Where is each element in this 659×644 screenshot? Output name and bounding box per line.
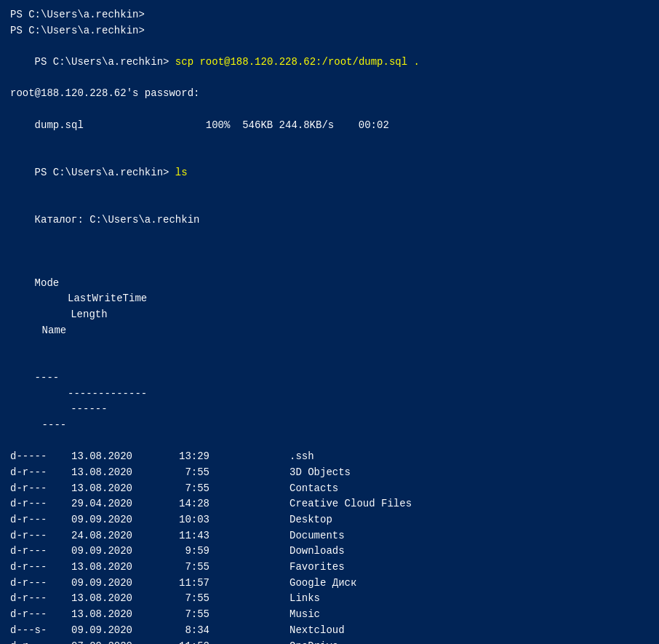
table-row: d-r---09.09.202010:03Desktop — [10, 512, 649, 528]
catalog-line: Каталог: C:\Users\a.rechkin — [10, 212, 649, 228]
prompt-line-2: PS C:\Users\a.rechkin> — [10, 23, 649, 39]
table-row: d-r---07.09.202011:52OneDrive — [10, 639, 649, 645]
table-row: d-r---13.08.2020 7:553D Objects — [10, 465, 649, 481]
command-text: scp root@188.120.228.62:/root/dump.sql . — [169, 56, 419, 68]
table-row: d-r---29.04.202014:28Creative Cloud File… — [10, 496, 649, 512]
prompt-line-1: PS C:\Users\a.rechkin> — [10, 7, 649, 23]
table-dash-row: ---- ------------- ------ ---- — [10, 354, 649, 449]
table-row: d-r---13.08.2020 7:55Favorites — [10, 560, 649, 576]
prompt-text: PS C:\Users\a.rechkin> — [35, 56, 169, 68]
scp-command-line: PS C:\Users\a.rechkin> scp root@188.120.… — [10, 39, 649, 86]
blank-1 — [10, 196, 649, 212]
table-row: d-r---13.08.2020 7:55Music — [10, 607, 649, 623]
transfer-status-line: dump.sql100% 546KB 244.8KB/s 00:02 — [10, 102, 649, 149]
table-row: d-r---13.08.2020 7:55Contacts — [10, 481, 649, 497]
table-row: d-r---13.08.2020 7:55Links — [10, 591, 649, 607]
blank-2 — [10, 228, 649, 245]
table-row: d-r---09.09.202011:57Google Диск — [10, 576, 649, 592]
ls-command-line: PS C:\Users\a.rechkin> ls — [10, 149, 649, 196]
terminal-window: PS C:\Users\a.rechkin> PS C:\Users\a.rec… — [0, 0, 659, 644]
table-row: d---s-09.09.2020 8:34Nextcloud — [10, 623, 649, 639]
prompt-ls: PS C:\Users\a.rechkin> — [35, 167, 169, 178]
table-header-row: Mode LastWriteTime Length Name — [10, 260, 649, 354]
table-row: d-----13.08.202013:29.ssh — [10, 449, 649, 465]
table-row: d-r---24.08.202011:43Documents — [10, 528, 649, 544]
table-row: d-r---09.09.2020 9:59Downloads — [10, 544, 649, 560]
blank-3 — [10, 244, 649, 260]
filename-left: dump.sql — [35, 119, 84, 131]
table-body: d-----13.08.202013:29.sshd-r---13.08.202… — [10, 449, 649, 644]
password-prompt-line: root@188.120.228.62's password: — [10, 86, 649, 102]
